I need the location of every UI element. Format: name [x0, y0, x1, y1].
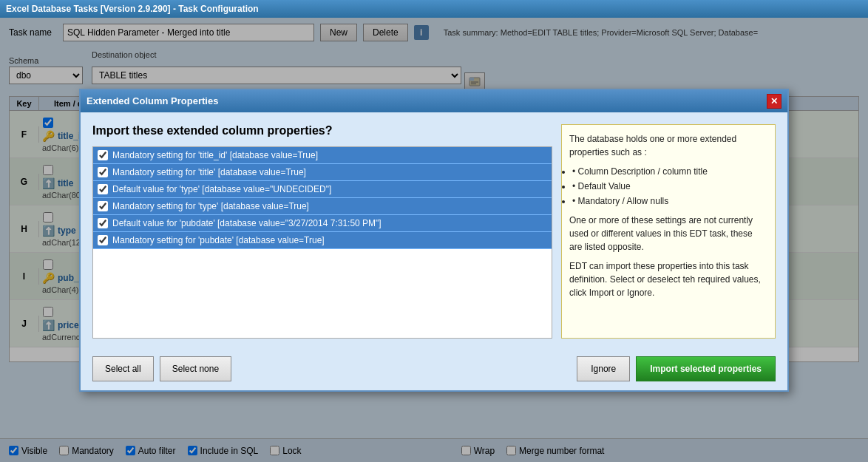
modal-info-list: • Column Description / column title • De…: [572, 165, 767, 208]
property-item-1: Mandatory setting for 'title_id' [databa…: [93, 147, 552, 164]
title-bar-text: Excel Database Tasks [Version 2.9.290] -…: [6, 4, 259, 14]
select-none-button[interactable]: Select none: [160, 356, 231, 381]
modal-close-button[interactable]: ✕: [767, 94, 781, 109]
property-item-5: Default value for 'pubdate' [database va…: [93, 215, 552, 232]
ignore-button[interactable]: Ignore: [577, 356, 630, 381]
modal-overlay: Extended Column Properties ✕ Import thes…: [0, 18, 868, 462]
select-all-button[interactable]: Select all: [92, 356, 154, 381]
properties-list: Mandatory setting for 'title_id' [databa…: [92, 146, 552, 339]
modal-info-text1: The database holds one or more extended …: [569, 132, 767, 159]
modal-left: Import these extended column properties?…: [92, 124, 552, 339]
property-checkbox-2[interactable]: [98, 167, 108, 177]
import-selected-button[interactable]: Import selected properties: [636, 356, 776, 381]
modal-dialog: Extended Column Properties ✕ Import thes…: [79, 89, 789, 392]
modal-title: Extended Column Properties: [87, 95, 218, 106]
modal-question: Import these extended column properties?: [92, 124, 552, 137]
modal-title-bar: Extended Column Properties ✕: [81, 90, 787, 112]
property-item-6: Mandatory setting for 'pubdate' [databas…: [93, 232, 552, 249]
property-item-2: Mandatory setting for 'title' [database …: [93, 164, 552, 181]
modal-info-panel: The database holds one or more extended …: [561, 124, 776, 339]
main-window: Task name New Delete i Task summary: Met…: [0, 18, 868, 462]
property-item-4: Mandatory setting for 'type' [database v…: [93, 198, 552, 215]
modal-content: Import these extended column properties?…: [81, 112, 787, 350]
property-checkbox-1[interactable]: [98, 150, 108, 160]
property-item-3: Default value for 'type' [database value…: [93, 181, 552, 198]
property-checkbox-4[interactable]: [98, 201, 108, 211]
modal-info-text2: One or more of these settings are not cu…: [569, 214, 767, 254]
modal-info-list-item-1: • Column Description / column title: [572, 165, 767, 178]
property-checkbox-6[interactable]: [98, 235, 108, 245]
property-checkbox-5[interactable]: [98, 218, 108, 228]
property-checkbox-3[interactable]: [98, 184, 108, 194]
modal-footer: Select all Select none Ignore Import sel…: [81, 350, 787, 390]
modal-info-list-item-3: • Mandatory / Allow nulls: [572, 194, 767, 208]
modal-info-text3: EDT can import these properties into thi…: [569, 259, 767, 299]
title-bar: Excel Database Tasks [Version 2.9.290] -…: [0, 0, 868, 18]
modal-info-list-item-2: • Default Value: [572, 180, 767, 193]
